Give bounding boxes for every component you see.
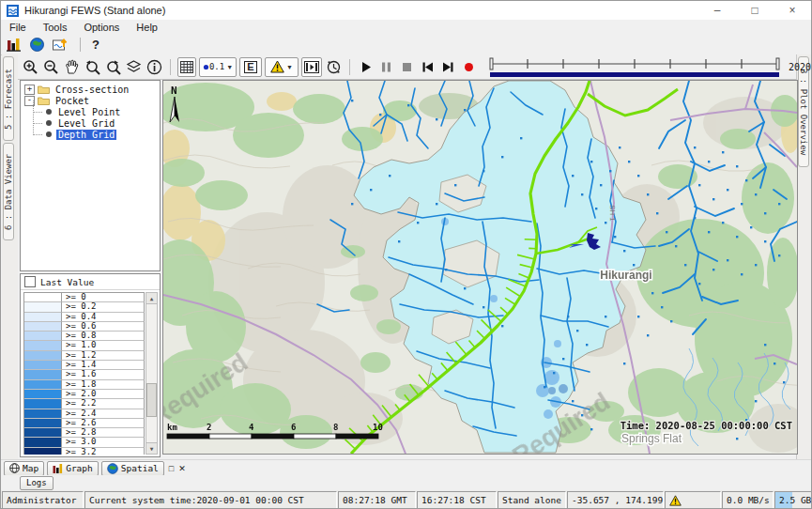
- menu-options[interactable]: Options: [75, 22, 128, 33]
- svg-text:8: 8: [333, 423, 338, 432]
- scroll-down-icon[interactable]: ▼: [146, 442, 157, 454]
- tab-spatial-label: Spatial: [121, 463, 159, 473]
- tab-forecast[interactable]: 5 : Forecast: [3, 56, 14, 141]
- tree-item-label[interactable]: Level Grid: [56, 118, 116, 129]
- minimize-button[interactable]: –: [698, 1, 736, 20]
- tab-data-viewer[interactable]: 6 : Data Viewer: [3, 143, 14, 240]
- legend-swatch: [24, 448, 62, 455]
- zoom-previous-icon[interactable]: [84, 58, 101, 76]
- info-icon[interactable]: [146, 58, 163, 76]
- expand-toggle-icon[interactable]: +: [24, 85, 35, 95]
- menu-file[interactable]: File: [1, 22, 35, 33]
- svg-text:2: 2: [207, 423, 211, 432]
- map-view[interactable]: API Key Required API Key Required SH 1 H…: [162, 80, 798, 455]
- pan-hand-icon[interactable]: [63, 58, 81, 76]
- chevron-down-icon: ▼: [226, 64, 233, 70]
- legend-swatch: [24, 419, 62, 428]
- legend-swatch: [24, 313, 62, 322]
- tab-map[interactable]: Map: [4, 461, 44, 476]
- close-button[interactable]: ×: [774, 1, 811, 20]
- contour-interval-dropdown[interactable]: 0.1 ▼: [199, 57, 237, 77]
- tree-item-label[interactable]: Pocket: [54, 96, 91, 106]
- play-icon[interactable]: [357, 58, 375, 76]
- last-value-label: Last Value: [40, 277, 94, 287]
- maximize-button[interactable]: □: [736, 1, 774, 20]
- interval-value: 0.1: [209, 62, 224, 71]
- zoom-next-icon[interactable]: [104, 58, 122, 76]
- logs-panel-icon[interactable]: [7, 38, 22, 52]
- stop-icon[interactable]: [398, 58, 416, 76]
- status-bar: Administrator Current system time:2020-0…: [1, 490, 812, 509]
- record-icon[interactable]: [460, 58, 478, 76]
- legend-swatch: [24, 399, 62, 409]
- grid-display-button[interactable]: [177, 57, 196, 77]
- place-label: Springs Flat: [621, 432, 682, 445]
- label-E: E: [244, 61, 256, 73]
- main-toolbar: ?: [1, 35, 811, 55]
- status-coordinates: -35.657 , 174.199: [567, 491, 664, 509]
- menu-bar: File Tools Options Help: [1, 20, 811, 35]
- node-bullet-icon: [46, 131, 52, 137]
- animation-settings-icon[interactable]: [325, 58, 343, 76]
- legend-swatch: [24, 302, 62, 312]
- status-alerts[interactable]: [665, 491, 721, 509]
- timeline-slider[interactable]: [488, 56, 781, 78]
- skip-to-start-icon[interactable]: [419, 58, 437, 76]
- menu-tools[interactable]: Tools: [35, 22, 76, 33]
- tree-item-label[interactable]: Level Point: [56, 107, 122, 117]
- tab-plot-overview[interactable]: 3 : Plot Overview: [798, 56, 809, 167]
- warnings-dropdown[interactable]: ▼: [265, 57, 299, 77]
- toolbar-separator: [170, 59, 171, 75]
- zoom-out-icon[interactable]: [42, 58, 60, 76]
- title-bar: Hikurangi FEWS (Stand alone) – □ ×: [1, 1, 811, 21]
- display-tab-bar: Map Graph Spatial □ ✕: [1, 459, 812, 476]
- legend-swatch: [24, 438, 62, 447]
- legend-swatch: [24, 370, 62, 379]
- layers-icon[interactable]: [125, 58, 143, 76]
- zoom-in-icon[interactable]: [22, 58, 39, 76]
- node-bullet-icon: [46, 120, 52, 126]
- movie-player-icon: [304, 61, 319, 73]
- app-logo-icon: [7, 5, 19, 17]
- label-toggle-button[interactable]: E: [239, 57, 262, 77]
- map-display-icon[interactable]: [30, 38, 44, 52]
- scroll-up-icon[interactable]: ▲: [146, 293, 157, 304]
- logs-button[interactable]: Logs: [20, 476, 54, 490]
- skip-to-end-icon[interactable]: [439, 58, 457, 76]
- legend-swatch: [24, 409, 62, 419]
- panel-close-icon[interactable]: ✕: [178, 464, 186, 473]
- tree-item-label-selected[interactable]: Depth Grid: [56, 130, 116, 140]
- last-value-checkbox[interactable]: [24, 276, 36, 287]
- app-window: Hikurangi FEWS (Stand alone) – □ × File …: [0, 0, 812, 509]
- warning-icon: [669, 495, 682, 506]
- legend-scrollbar[interactable]: ▲ ▼: [146, 292, 158, 455]
- tree-item-label[interactable]: Cross-section: [54, 85, 130, 95]
- legend-swatch: [24, 361, 62, 370]
- legend-swatch: [24, 390, 62, 399]
- scrollbar-thumb[interactable]: [146, 383, 157, 417]
- town-label: Hikurangi: [600, 269, 651, 282]
- legend-table: >= 0 >= 0.2 >= 0.4 >= 0.6 >= 0.8 >= 1.0 …: [23, 292, 145, 455]
- legend-row: >= 3.2: [24, 448, 145, 455]
- timeline-range-bar[interactable]: [490, 72, 779, 77]
- animation-display-button[interactable]: [301, 57, 322, 77]
- folder-icon: [38, 85, 50, 94]
- globe-icon: [107, 463, 118, 474]
- tree-item-depth-grid[interactable]: Depth Grid: [21, 129, 160, 140]
- panel-restore-icon[interactable]: □: [169, 464, 174, 473]
- legend-swatch: [24, 332, 62, 341]
- tree-item-cross-section[interactable]: + Cross-section: [21, 84, 160, 95]
- svg-text:6: 6: [291, 423, 296, 432]
- status-transfer-rate: 0.0 MB/s: [722, 491, 774, 509]
- pause-icon[interactable]: [377, 58, 395, 76]
- map-canvas[interactable]: API Key Required API Key Required SH 1 H…: [163, 81, 797, 454]
- left-tab-strip: 5 : Forecast 6 : Data Viewer: [2, 54, 19, 459]
- help-button[interactable]: ?: [92, 38, 100, 52]
- node-bullet-icon: [46, 109, 52, 115]
- spatial-display-icon[interactable]: [53, 38, 69, 53]
- tab-spatial[interactable]: Spatial: [101, 461, 164, 476]
- legend-swatch: [24, 293, 62, 302]
- tab-graph[interactable]: Graph: [47, 461, 99, 476]
- dot-icon: [203, 64, 209, 70]
- menu-help[interactable]: Help: [128, 22, 166, 33]
